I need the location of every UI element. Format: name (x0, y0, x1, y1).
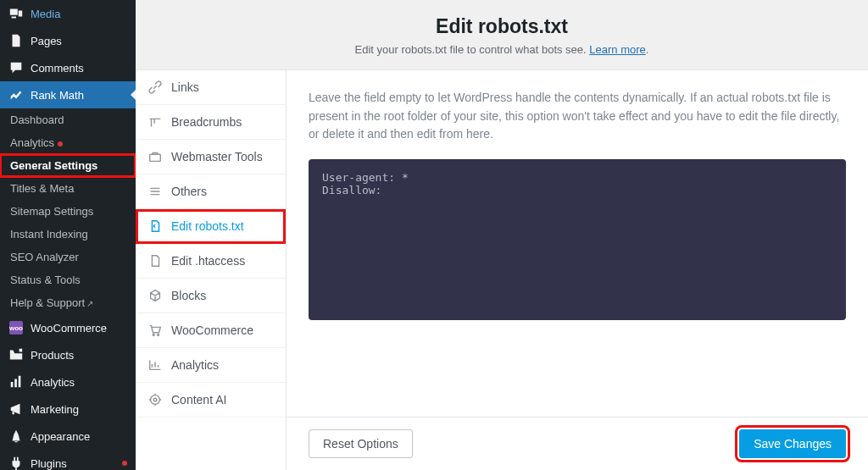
svg-point-2 (158, 335, 159, 336)
subnav-blocks[interactable]: Blocks (136, 279, 286, 313)
subnav-links[interactable]: Links (136, 70, 286, 105)
submenu-seo-analyzer[interactable]: SEO Analyzer (0, 246, 136, 268)
sidebar-label: Analytics (31, 376, 75, 389)
sidebar-item-comments[interactable]: Comments (0, 54, 136, 81)
svg-rect-0 (150, 154, 161, 161)
pages-icon (8, 33, 24, 48)
subnav-edit-robots[interactable]: Edit robots.txt (136, 209, 286, 244)
file-icon (147, 218, 163, 234)
subnav-label: Analytics (171, 358, 219, 372)
sidebar-item-marketing[interactable]: Marketing (0, 395, 136, 423)
subnav-others[interactable]: Others (136, 174, 286, 209)
sidebar-item-plugins[interactable]: Plugins (0, 450, 136, 470)
sidebar-item-media[interactable]: Media (0, 0, 136, 27)
settings-subnav: Links Breadcrumbs Webmaster Tools Others… (136, 70, 287, 470)
marketing-icon (8, 401, 24, 417)
breadcrumbs-icon (147, 114, 163, 130)
save-changes-button[interactable]: Save Changes (739, 429, 846, 458)
subnav-woocommerce[interactable]: WooCommerce (136, 313, 286, 348)
woocommerce-icon: woo (8, 320, 24, 335)
subnav-label: WooCommerce (171, 323, 253, 337)
submenu-label: Analytics (10, 136, 54, 149)
sidebar-item-rank-math[interactable]: Rank Math (0, 81, 136, 108)
panel-help-text: Leave the field empty to let WordPress h… (309, 89, 846, 144)
sidebar-label: Pages (31, 35, 62, 47)
products-icon (8, 347, 24, 362)
sidebar-label: Rank Math (31, 89, 84, 102)
sidebar-item-appearance[interactable]: Appearance (0, 423, 136, 450)
notification-dot-icon (122, 461, 127, 466)
svg-point-3 (151, 395, 160, 405)
subnav-label: Others (171, 185, 207, 198)
toolbox-icon (147, 149, 163, 164)
svg-point-4 (153, 398, 157, 401)
page-subtitle: Edit your robots.txt file to control wha… (153, 43, 851, 56)
submenu-help-support[interactable]: Help & Support↗ (0, 291, 136, 314)
subnav-label: Breadcrumbs (171, 115, 242, 129)
subnav-label: Edit .htaccess (171, 254, 245, 268)
appearance-icon (8, 429, 24, 444)
subnav-webmaster-tools[interactable]: Webmaster Tools (136, 140, 286, 174)
subnav-content-ai[interactable]: Content AI (136, 383, 286, 417)
submenu-status-tools[interactable]: Status & Tools (0, 268, 136, 291)
main-content: Edit robots.txt Edit your robots.txt fil… (136, 0, 868, 470)
sidebar-label: Marketing (31, 403, 79, 416)
page-title: Edit robots.txt (153, 15, 851, 38)
subnav-label: Webmaster Tools (171, 150, 263, 163)
ai-icon (147, 392, 163, 407)
sidebar-item-pages[interactable]: Pages (0, 27, 136, 54)
submenu-instant-indexing[interactable]: Instant Indexing (0, 223, 136, 246)
submenu-analytics[interactable]: Analytics (0, 131, 136, 154)
subnav-analytics[interactable]: Analytics (136, 348, 286, 383)
submenu-titles-meta[interactable]: Titles & Meta (0, 177, 136, 200)
submenu-sitemap-settings[interactable]: Sitemap Settings (0, 200, 136, 223)
media-icon (8, 6, 24, 21)
blocks-icon (147, 288, 163, 303)
submenu-general-settings[interactable]: General Settings (0, 154, 136, 177)
cart-icon (147, 323, 163, 338)
robots-txt-editor[interactable]: User-agent: * Disallow: (309, 159, 846, 320)
learn-more-link[interactable]: Learn more (589, 43, 645, 56)
page-header: Edit robots.txt Edit your robots.txt fil… (136, 0, 868, 70)
subnav-label: Edit robots.txt (171, 219, 244, 233)
subnav-label: Links (171, 80, 199, 94)
analytics-icon (8, 374, 24, 390)
sidebar-label: Media (31, 8, 60, 20)
submenu-label: Help & Support (10, 296, 85, 309)
sidebar-label: Appearance (31, 430, 90, 443)
sidebar-label: Comments (31, 62, 84, 75)
file-icon (147, 253, 163, 268)
sidebar-item-products[interactable]: Products (0, 341, 136, 368)
link-icon (147, 80, 163, 95)
subnav-breadcrumbs[interactable]: Breadcrumbs (136, 105, 286, 140)
subnav-label: Content AI (171, 393, 226, 406)
sidebar-label: WooCommerce (31, 322, 107, 335)
notification-dot-icon (58, 141, 63, 147)
chart-icon (147, 357, 163, 373)
list-icon (147, 184, 163, 199)
rank-math-icon (8, 87, 24, 102)
comments-icon (8, 60, 24, 75)
submenu-dashboard[interactable]: Dashboard (0, 108, 136, 131)
sidebar-item-woocommerce[interactable]: woo WooCommerce (0, 314, 136, 341)
settings-panel: Leave the field empty to let WordPress h… (287, 70, 868, 417)
subnav-label: Blocks (171, 289, 206, 302)
panel-footer: Reset Options Save Changes (287, 417, 868, 470)
reset-options-button[interactable]: Reset Options (309, 429, 413, 458)
wp-admin-sidebar: Media Pages Comments Rank Math Dashboard… (0, 0, 136, 470)
svg-point-1 (153, 335, 154, 336)
sidebar-item-analytics[interactable]: Analytics (0, 368, 136, 395)
sidebar-label: Plugins (31, 457, 67, 470)
subnav-edit-htaccess[interactable]: Edit .htaccess (136, 244, 286, 279)
plugins-icon (8, 456, 24, 470)
external-link-icon: ↗ (86, 299, 93, 308)
sidebar-label: Products (31, 349, 74, 362)
